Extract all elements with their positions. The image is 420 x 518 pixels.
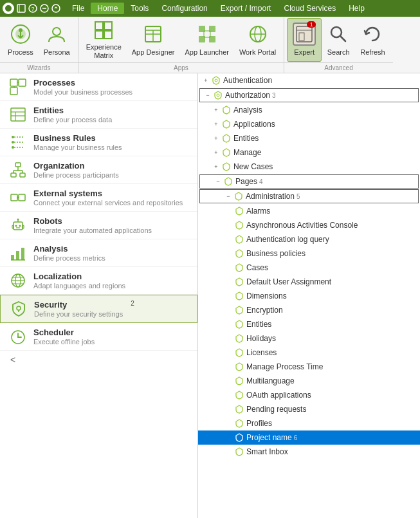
- menu-home[interactable]: Home: [91, 3, 124, 14]
- localization-text: Localization Adapt languages and regions: [33, 272, 125, 290]
- sidebar-collapse-btn[interactable]: <: [0, 351, 197, 369]
- tree-item-analysis[interactable]: + Analysis: [198, 103, 420, 117]
- security-badge: 2: [131, 300, 134, 307]
- svg-rect-15: [104, 22, 112, 30]
- toolbar-process-btn[interactable]: Process: [3, 18, 39, 62]
- tree-item-entities[interactable]: + Entities: [198, 131, 420, 145]
- menu-cloud-services[interactable]: Cloud Services: [277, 3, 342, 14]
- tree-expand-new-cases: +: [211, 162, 221, 172]
- toolbar-search-btn[interactable]: Search: [322, 18, 355, 62]
- tree-item-profiles[interactable]: Profiles: [198, 416, 420, 430]
- toolbar-expert-btn[interactable]: Expert 1: [287, 18, 322, 62]
- sidebar-item-entities[interactable]: Entities Define your process data: [0, 101, 197, 129]
- tree-item-manage[interactable]: + Manage: [198, 145, 420, 160]
- sidebar-item-scheduler[interactable]: Scheduler Execute offline jobs: [0, 323, 197, 351]
- tree-expand-analysis: +: [211, 105, 221, 115]
- tree-label-async: Asynchronous Activities Console: [246, 221, 358, 230]
- tree-item-pending-requests[interactable]: Pending requests: [198, 402, 420, 416]
- organization-title: Organization: [33, 161, 119, 171]
- sidebar-item-organization[interactable]: Organization Define process participants: [0, 156, 197, 184]
- menu-tools[interactable]: Tools: [124, 3, 155, 14]
- tree-icon-licenses: [234, 347, 244, 358]
- tree-item-business-policies[interactable]: Business policies: [198, 246, 420, 261]
- toolbar-experience-matrix-btn[interactable]: Experience Matrix: [81, 18, 127, 62]
- toolbar-app-launcher-btn[interactable]: App Launcher: [179, 18, 234, 62]
- tree-item-dimensions[interactable]: Dimensions: [198, 289, 420, 303]
- svg-point-6: [52, 5, 60, 12]
- toolbar-work-portal-btn[interactable]: Work Portal: [234, 18, 281, 62]
- scheduler-subtitle: Execute offline jobs: [33, 338, 95, 346]
- tree-panel: + Authentication − Authorization 3 + Ana…: [198, 73, 420, 518]
- tree-item-pages[interactable]: − Pages 4: [199, 174, 419, 189]
- tree-label-multilanguage: Multilanguage: [246, 376, 295, 385]
- menu-bar: ? File Home Tools Configuration Export /…: [0, 0, 420, 17]
- sidebar: Processes Model your business processes …: [0, 73, 198, 518]
- tree-icon-authorization: [213, 90, 223, 100]
- menu-configuration[interactable]: Configuration: [155, 3, 214, 14]
- tree-label-oauth: OAuth applications: [246, 391, 311, 400]
- menu-help[interactable]: Help: [342, 3, 371, 14]
- external-systems-subtitle: Connect your external services and repos…: [33, 199, 183, 207]
- tree-item-authentication[interactable]: + Authentication: [198, 73, 420, 88]
- menu-export-import[interactable]: Export / Import: [214, 3, 278, 14]
- tree-item-new-cases[interactable]: + New Cases: [198, 160, 420, 174]
- sidebar-item-analysis[interactable]: Analysis Define process metrics: [0, 239, 197, 267]
- tree-label-alarms: Alarms: [246, 207, 270, 216]
- svg-point-82: [215, 79, 217, 82]
- robots-text: Robots Integrate your automated applicat…: [33, 216, 152, 234]
- tree-item-authorization[interactable]: − Authorization 3: [199, 88, 419, 102]
- tree-item-applications[interactable]: + Applications: [198, 117, 420, 131]
- svg-point-9: [19, 28, 23, 32]
- tree-item-auth-log-query[interactable]: Authentication log query: [198, 232, 420, 246]
- toolbar-refresh-btn[interactable]: Refresh: [355, 18, 390, 62]
- toolbar-app-launcher-label: App Launcher: [185, 48, 229, 56]
- tree-label-mpt: Manage Process Time: [246, 362, 323, 371]
- menu-file[interactable]: File: [66, 3, 91, 14]
- tree-label-dimensions: Dimensions: [246, 291, 287, 301]
- tree-icon-new-cases: [221, 162, 232, 172]
- svg-rect-61: [12, 225, 14, 228]
- sidebar-item-processes[interactable]: Processes Model your business processes: [0, 73, 197, 101]
- localization-icon: [9, 272, 27, 290]
- sidebar-item-robots[interactable]: Robots Integrate your automated applicat…: [0, 212, 197, 239]
- tree-item-cases[interactable]: Cases: [198, 261, 420, 275]
- tree-item-smart-inbox[interactable]: Smart Inbox: [198, 445, 420, 459]
- authorization-badge: 3: [272, 92, 276, 99]
- sidebar-item-external-systems[interactable]: External systems Connect your external s…: [0, 184, 197, 212]
- tree-item-licenses[interactable]: Licenses: [198, 346, 420, 360]
- tree-item-default-user-assignment[interactable]: Default User Assignment: [198, 275, 420, 289]
- svg-rect-36: [19, 79, 26, 86]
- tree-label-pending: Pending requests: [246, 405, 306, 414]
- svg-rect-58: [19, 194, 25, 201]
- experience-matrix-icon: [93, 20, 114, 41]
- tree-label-auth-log: Authentication log query: [246, 235, 329, 244]
- tree-item-alarms[interactable]: Alarms: [198, 204, 420, 218]
- business-rules-icon: [9, 133, 27, 151]
- toolbar-persona-btn[interactable]: Persona: [39, 18, 75, 62]
- toolbar-app-designer-btn[interactable]: App Designer: [127, 18, 180, 62]
- sidebar-item-security[interactable]: Security Define your security settings 2: [0, 295, 197, 323]
- tree-item-administration[interactable]: − Administration 5: [199, 189, 419, 203]
- sidebar-item-business-rules[interactable]: Business Rules Manage your business rule…: [0, 129, 197, 156]
- tree-label-entities: Entities: [233, 134, 259, 143]
- tree-item-multilanguage[interactable]: Multilanguage: [198, 374, 420, 388]
- robots-subtitle: Integrate your automated applications: [33, 227, 152, 234]
- sidebar-item-localization[interactable]: Localization Adapt languages and regions: [0, 267, 197, 295]
- svg-rect-50: [15, 163, 21, 167]
- svg-text:?: ?: [31, 6, 34, 12]
- tree-item-project-name[interactable]: Project name 6: [198, 430, 420, 445]
- tree-item-manage-process-time[interactable]: Manage Process Time: [198, 360, 420, 374]
- app-launcher-icon: [197, 24, 217, 44]
- tree-item-holidays[interactable]: Holidays: [198, 331, 420, 346]
- scheduler-text: Scheduler Execute offline jobs: [33, 328, 95, 346]
- svg-rect-60: [14, 222, 23, 230]
- tree-item-entities2[interactable]: Entities: [198, 317, 420, 331]
- svg-rect-0: [17, 5, 25, 12]
- tree-item-oauth[interactable]: OAuth applications: [198, 388, 420, 402]
- tree-item-async-activities[interactable]: Asynchronous Activities Console: [198, 218, 420, 232]
- tree-item-encryption[interactable]: Encryption: [198, 303, 420, 317]
- toolbar: Process Persona Wizards: [0, 17, 420, 73]
- svg-rect-35: [10, 79, 17, 86]
- tree-icon-project-name: [234, 432, 244, 443]
- process-icon: [10, 24, 31, 44]
